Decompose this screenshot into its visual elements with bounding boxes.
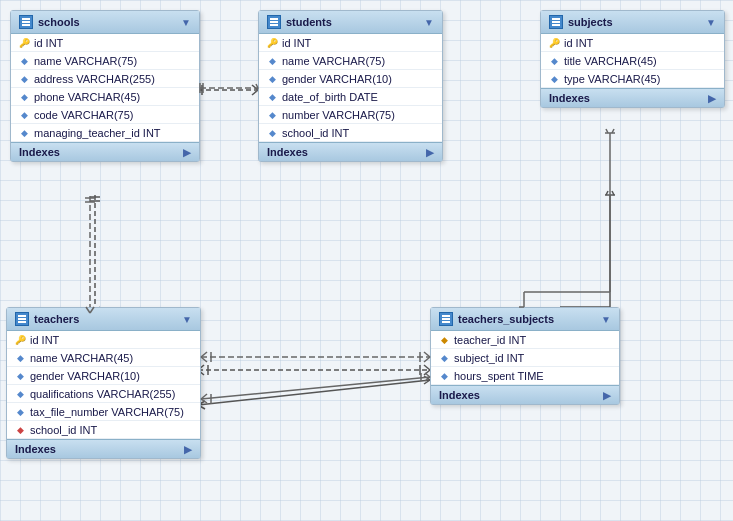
- field-text: phone VARCHAR(45): [34, 91, 140, 103]
- students-header[interactable]: students ▼: [259, 11, 442, 34]
- field-text: name VARCHAR(75): [34, 55, 137, 67]
- fk-icon: ◆: [15, 425, 25, 435]
- field-text: title VARCHAR(45): [564, 55, 657, 67]
- fk-icon: ◆: [549, 56, 559, 66]
- table-row: ◆ name VARCHAR(45): [7, 349, 200, 367]
- schools-table: schools ▼ 🔑 id INT ◆ name VARCHAR(75) ◆ …: [10, 10, 200, 162]
- table-row: ◆ date_of_birth DATE: [259, 88, 442, 106]
- students-title: students: [286, 16, 332, 28]
- fk-icon: ◆: [439, 353, 449, 363]
- subjects-indexes[interactable]: Indexes ▶: [541, 88, 724, 107]
- teachers-subjects-indexes[interactable]: Indexes ▶: [431, 385, 619, 404]
- schools-header[interactable]: schools ▼: [11, 11, 199, 34]
- students-indexes[interactable]: Indexes ▶: [259, 142, 442, 161]
- fk-icon: ◆: [19, 74, 29, 84]
- field-text: type VARCHAR(45): [564, 73, 660, 85]
- indexes-arrow: ▶: [183, 147, 191, 158]
- field-text: qualifications VARCHAR(255): [30, 388, 175, 400]
- students-table-icon: [267, 15, 281, 29]
- table-row: ◆ subject_id INT: [431, 349, 619, 367]
- teachers-table: teachers ▼ 🔑 id INT ◆ name VARCHAR(45) ◆…: [6, 307, 201, 459]
- field-text: name VARCHAR(45): [30, 352, 133, 364]
- table-row: ◆ name VARCHAR(75): [11, 52, 199, 70]
- field-text: id INT: [564, 37, 593, 49]
- teachers-subjects-table-icon: [439, 312, 453, 326]
- indexes-label: Indexes: [15, 443, 56, 455]
- field-text: gender VARCHAR(10): [30, 370, 140, 382]
- field-text: id INT: [282, 37, 311, 49]
- svg-line-45: [201, 377, 430, 399]
- fk-icon: ◆: [15, 371, 25, 381]
- indexes-label: Indexes: [19, 146, 60, 158]
- fk-icon: ◆: [15, 353, 25, 363]
- table-row: ◆ code VARCHAR(75): [11, 106, 199, 124]
- svg-line-40: [201, 357, 207, 362]
- field-text: tax_file_number VARCHAR(75): [30, 406, 184, 418]
- fk-icon: ◆: [267, 110, 277, 120]
- field-text: date_of_birth DATE: [282, 91, 378, 103]
- table-row: ◆ teacher_id INT: [431, 331, 619, 349]
- students-table: students ▼ 🔑 id INT ◆ name VARCHAR(75) ◆…: [258, 10, 443, 162]
- field-text: school_id INT: [282, 127, 349, 139]
- fk-icon: ◆: [267, 74, 277, 84]
- pk-icon: 🔑: [267, 38, 277, 48]
- table-row: ◆ phone VARCHAR(45): [11, 88, 199, 106]
- table-row: ◆ gender VARCHAR(10): [7, 367, 200, 385]
- fk-icon: ◆: [267, 56, 277, 66]
- svg-line-46: [201, 394, 207, 399]
- field-text: address VARCHAR(255): [34, 73, 155, 85]
- fk-icon: ◆: [19, 110, 29, 120]
- table-row: 🔑 id INT: [259, 34, 442, 52]
- table-row: ◆ school_id INT: [259, 124, 442, 142]
- indexes-arrow: ▶: [426, 147, 434, 158]
- field-text: id INT: [34, 37, 63, 49]
- fk-icon: ◆: [15, 407, 25, 417]
- table-row: ◆ type VARCHAR(45): [541, 70, 724, 88]
- students-arrow[interactable]: ▼: [424, 17, 434, 28]
- schools-arrow[interactable]: ▼: [181, 17, 191, 28]
- schools-title: schools: [38, 16, 80, 28]
- subjects-table: subjects ▼ 🔑 id INT ◆ title VARCHAR(45) …: [540, 10, 725, 108]
- field-text: number VARCHAR(75): [282, 109, 395, 121]
- teachers-subjects-title: teachers_subjects: [458, 313, 554, 325]
- indexes-label: Indexes: [267, 146, 308, 158]
- indexes-arrow: ▶: [708, 93, 716, 104]
- table-row: ◆ gender VARCHAR(10): [259, 70, 442, 88]
- table-row: ◆ school_id INT: [7, 421, 200, 439]
- fk-icon: ◆: [15, 389, 25, 399]
- teachers-indexes[interactable]: Indexes ▶: [7, 439, 200, 458]
- teachers-header[interactable]: teachers ▼: [7, 308, 200, 331]
- field-text: code VARCHAR(75): [34, 109, 133, 121]
- fk-icon: ◆: [439, 335, 449, 345]
- svg-line-25: [612, 191, 614, 195]
- schools-table-icon: [19, 15, 33, 29]
- indexes-label: Indexes: [549, 92, 590, 104]
- schools-indexes[interactable]: Indexes ▶: [11, 142, 199, 161]
- subjects-title: subjects: [568, 16, 613, 28]
- field-text: hours_spent TIME: [454, 370, 544, 382]
- table-row: 🔑 id INT: [11, 34, 199, 52]
- field-text: id INT: [30, 334, 59, 346]
- subjects-table-icon: [549, 15, 563, 29]
- indexes-arrow: ▶: [184, 444, 192, 455]
- teachers-arrow[interactable]: ▼: [182, 314, 192, 325]
- pk-icon: 🔑: [15, 335, 25, 345]
- subjects-header[interactable]: subjects ▼: [541, 11, 724, 34]
- table-row: 🔑 id INT: [7, 331, 200, 349]
- teachers-subjects-table: teachers_subjects ▼ ◆ teacher_id INT ◆ s…: [430, 307, 620, 405]
- teachers-title: teachers: [34, 313, 79, 325]
- table-row: ◆ name VARCHAR(75): [259, 52, 442, 70]
- table-row: ◆ qualifications VARCHAR(255): [7, 385, 200, 403]
- subjects-arrow[interactable]: ▼: [706, 17, 716, 28]
- field-text: managing_teacher_id INT: [34, 127, 161, 139]
- fk-icon: ◆: [19, 92, 29, 102]
- table-row: ◆ title VARCHAR(45): [541, 52, 724, 70]
- teachers-subjects-arrow[interactable]: ▼: [601, 314, 611, 325]
- indexes-arrow: ▶: [603, 390, 611, 401]
- svg-line-17: [198, 380, 430, 405]
- fk-icon: ◆: [439, 371, 449, 381]
- teachers-subjects-header[interactable]: teachers_subjects ▼: [431, 308, 619, 331]
- table-row: 🔑 id INT: [541, 34, 724, 52]
- table-row: ◆ address VARCHAR(255): [11, 70, 199, 88]
- table-row: ◆ number VARCHAR(75): [259, 106, 442, 124]
